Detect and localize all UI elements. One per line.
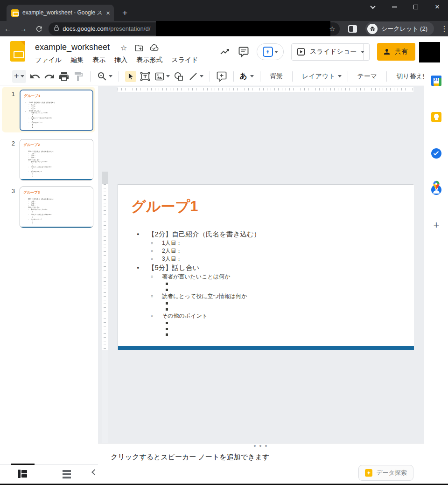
redo-icon[interactable]: [44, 71, 55, 82]
url-host: docs.google.com: [63, 25, 108, 32]
slide-thumbnail-1[interactable]: 1グループ1●【2分】自己紹介（氏名を書き込む）○1人目：○2人目：○3人目：●…: [2, 87, 95, 132]
print-icon[interactable]: [58, 71, 70, 82]
side-panel-divider: [430, 204, 443, 204]
menu-item-4[interactable]: 表示形式: [136, 56, 162, 64]
side-panel-icon[interactable]: [348, 25, 357, 33]
cursor-icon: [126, 72, 135, 81]
browser-toolbar: ← → docs.google.com /presentation/d/ ☆ シ…: [0, 21, 448, 36]
text-effects-button[interactable]: あ: [240, 71, 254, 81]
add-comment-icon[interactable]: [216, 71, 227, 82]
speaker-notes-placeholder[interactable]: クリックするとスピーカー ノートを追加できます: [111, 453, 269, 462]
collapse-filmstrip-icon[interactable]: [91, 469, 98, 475]
calendar-icon[interactable]: 31: [431, 76, 441, 86]
google-side-panel: 31 +: [424, 68, 448, 485]
bullet-row: [118, 332, 414, 338]
add-addon-button[interactable]: +: [424, 219, 448, 231]
select-tool-button[interactable]: [125, 71, 136, 82]
browser-window: example_worksheet - Google スラ × + × ← → …: [0, 0, 448, 485]
current-slide[interactable]: グループ1●【2分】自己紹介（氏名を書き込む）○1人目：○2人目：○3人目：●【…: [118, 184, 413, 350]
menu-item-2[interactable]: 表示: [92, 56, 105, 64]
background-button[interactable]: 背景: [270, 72, 283, 81]
font-ja-icon: あ: [240, 71, 247, 81]
slideshow-button[interactable]: スライドショー: [291, 43, 364, 61]
zoom-button[interactable]: [97, 71, 112, 82]
horizontal-ruler: [118, 87, 413, 92]
vertical-scroll-thumb[interactable]: [102, 172, 108, 184]
window-close-button[interactable]: ×: [427, 0, 448, 14]
bullet-row: ○読者にとって役に立つ情報は何か: [118, 292, 414, 300]
slide-accent-bar: [21, 130, 93, 131]
menu-item-5[interactable]: スライド: [171, 56, 198, 64]
back-icon[interactable]: ←: [0, 25, 15, 33]
bookmark-star-icon[interactable]: ☆: [329, 25, 335, 33]
bullet-row: ○著者が言いたいことは何か: [118, 273, 414, 281]
slideshow-dropdown-button[interactable]: [356, 43, 370, 61]
keep-icon[interactable]: [431, 112, 441, 122]
grid-view-icon[interactable]: [63, 470, 71, 478]
slide-canvas: グループ1●【2分】自己紹介（氏名を書き込む）○1人目：○2人目：○3人目：●【…: [98, 86, 424, 443]
slides-logo-icon[interactable]: [10, 41, 25, 62]
browser-menu-icon[interactable]: ⋮: [441, 24, 448, 33]
minimize-button[interactable]: [384, 0, 405, 14]
menu-item-3[interactable]: 挿入: [114, 56, 127, 64]
present-to-meeting-button[interactable]: [257, 43, 284, 60]
bullet-row: [118, 326, 414, 332]
app-toolbar: + あ 背景: [0, 68, 424, 85]
filmstrip-view-icon[interactable]: [18, 470, 27, 478]
lock-icon: [54, 27, 59, 31]
layout-button[interactable]: レイアウト: [299, 72, 342, 81]
tab-close-icon[interactable]: ×: [106, 9, 110, 17]
undo-icon[interactable]: [29, 71, 41, 82]
toolbar-collapse-button[interactable]: [409, 72, 418, 81]
maximize-button[interactable]: [405, 0, 427, 14]
account-avatar[interactable]: [419, 42, 440, 62]
active-view-indicator: [11, 464, 35, 465]
slide-thumbnail-3[interactable]: 3グループ3●【2分】自己紹介（氏名を書き込む）○1人目：○2人目：○3人目：●…: [2, 184, 95, 229]
tab-search-icon[interactable]: [362, 0, 384, 14]
menu-bar: ファイル編集表示挿入表示形式スライド配置: [35, 56, 220, 64]
slide-title: グループ1: [131, 197, 198, 216]
address-bar[interactable]: docs.google.com /presentation/d/ ☆: [49, 22, 340, 35]
menu-item-0[interactable]: ファイル: [35, 56, 62, 64]
shape-tool-icon[interactable]: [173, 71, 184, 82]
slide-title: グループ3: [23, 190, 40, 194]
line-tool-button[interactable]: [188, 71, 203, 82]
maps-icon[interactable]: [431, 180, 441, 190]
slide-accent-bar: [118, 346, 414, 350]
vertical-ruler: [102, 184, 108, 350]
cloud-saved-icon[interactable]: [149, 43, 159, 53]
reload-icon[interactable]: [35, 25, 43, 33]
insert-image-button[interactable]: [154, 71, 170, 82]
star-document-icon[interactable]: ☆: [120, 43, 130, 53]
new-tab-button[interactable]: +: [122, 8, 127, 18]
bullet-row: ●【5分】話し合い: [118, 263, 414, 273]
thumbnail-preview[interactable]: グループ1●【2分】自己紹介（氏名を書き込む）○1人目：○2人目：○3人目：●【…: [20, 90, 93, 131]
comment-icon[interactable]: [238, 46, 249, 57]
text-box-icon[interactable]: [140, 71, 151, 82]
forward-icon[interactable]: →: [15, 25, 31, 33]
activity-icon[interactable]: [219, 46, 231, 57]
explore-button[interactable]: データ探索: [358, 465, 413, 481]
thumbnail-preview[interactable]: グループ2●【2分】自己紹介（氏名を書き込む）○1人目：○2人目：○3人目：●【…: [20, 139, 93, 180]
browser-tab[interactable]: example_worksheet - Google スラ ×: [7, 5, 114, 21]
theme-button[interactable]: テーマ: [357, 72, 378, 81]
menu-item-1[interactable]: 編集: [70, 56, 84, 64]
thumbnail-preview[interactable]: グループ3●【2分】自己紹介（氏名を書き込む）○1人目：○2人目：○3人目：●【…: [20, 187, 93, 228]
thumbnail-number: 1: [8, 90, 15, 97]
bullet-row: [20, 175, 93, 177]
share-person-icon: [383, 48, 391, 56]
tasks-icon[interactable]: [431, 148, 441, 159]
calendar-day-label: 31: [431, 77, 441, 82]
slide-title: グループ2: [23, 142, 40, 147]
notes-resize-handle[interactable]: ● ● ●: [98, 443, 424, 449]
speaker-notes-panel[interactable]: クリックするとスピーカー ノートを追加できます データ探索: [98, 449, 424, 484]
bullet-row: [118, 287, 414, 293]
move-folder-icon[interactable]: [134, 43, 144, 53]
image-icon: [154, 71, 165, 82]
slide-thumbnail-2[interactable]: 2グループ2●【2分】自己紹介（氏名を書き込む）○1人目：○2人目：○3人目：●…: [2, 136, 95, 182]
browser-titlebar: example_worksheet - Google スラ × + ×: [0, 0, 448, 21]
new-slide-button[interactable]: +: [12, 70, 26, 83]
share-button[interactable]: 共有: [377, 43, 415, 61]
bullet-row: ●【2分】自己紹介（氏名を書き込む）: [118, 229, 414, 239]
document-title[interactable]: example_worksheet: [35, 42, 110, 52]
